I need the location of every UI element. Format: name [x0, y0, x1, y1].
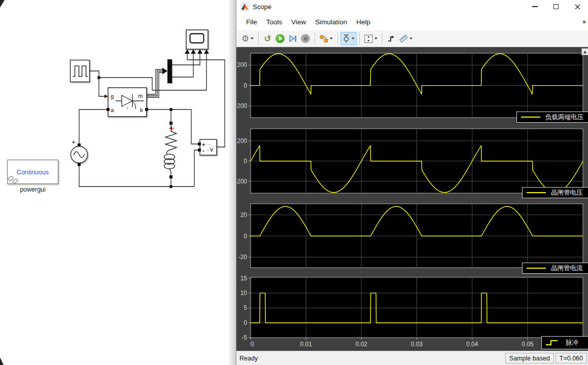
maximize-button[interactable] [545, 0, 567, 13]
trigger-button[interactable] [385, 32, 397, 45]
titlebar[interactable]: Scope [236, 0, 588, 13]
source-port-top [78, 143, 81, 147]
menu-help[interactable]: Help [352, 15, 375, 29]
junction-dot [97, 76, 100, 79]
scope-plot-area[interactable]: -2000200-2000200-20020-505101500.010.020… [236, 47, 588, 351]
measurements-button[interactable] [397, 32, 414, 45]
step-forward-button[interactable] [287, 32, 299, 45]
legend-label: 晶闸管电流 [551, 264, 583, 273]
configure-signals-button[interactable] [318, 32, 335, 45]
ruler-icon [399, 34, 408, 43]
y-tick-label: 200 [237, 61, 247, 68]
y-tick-label: 20 [240, 211, 248, 218]
wire-demux2-to-scope2 [172, 54, 193, 77]
y-tick-label: 0 [244, 233, 247, 240]
voltage-measurement-block[interactable]: + - v [198, 139, 217, 155]
signal-wires [79, 54, 225, 187]
junction-dot [169, 108, 172, 111]
y-tick-label: 0 [244, 82, 247, 89]
stop-button[interactable] [299, 32, 312, 45]
wire-bottom-rail [79, 166, 194, 187]
y-tick-label: -20 [238, 253, 248, 261]
rlc-port-bottom [169, 175, 172, 178]
port-label-k: k [140, 107, 143, 113]
canvas-corner-bottom [0, 357, 4, 365]
wire-demux1-to-scope3 [172, 54, 200, 65]
legend-label: 晶闸管电压 [551, 189, 583, 197]
step-back-button[interactable]: ↺ [261, 32, 273, 45]
wire-k-to-voltmeter-plus [191, 110, 198, 144]
close-button[interactable] [567, 0, 588, 13]
window-shadow [228, 0, 236, 365]
scope-block[interactable] [185, 30, 209, 54]
x-tick-label: 0.03 [411, 341, 423, 348]
series-rlc-branch-block[interactable] [164, 122, 177, 178]
y-tick-label: 200 [237, 137, 247, 144]
axes-scaling-button[interactable] [362, 32, 379, 45]
legend-line-sample [527, 268, 546, 269]
thyristor-block[interactable]: g a m k [107, 88, 148, 117]
x-tick-label: 0.01 [300, 341, 312, 348]
pulse-generator-block[interactable] [71, 60, 90, 82]
gear-icon: ⚙ [241, 34, 249, 43]
toolbar-separator [258, 32, 259, 45]
signals-icon [320, 35, 328, 43]
demux-block[interactable] [167, 59, 172, 83]
scope-screen-glyph [190, 34, 204, 43]
wire-m-bundle-3 [147, 72, 162, 97]
wire-voltmeter-to-scope1 [187, 54, 225, 147]
voltmeter-v-label: v [210, 146, 213, 153]
menu-overflow-icon[interactable]: » [582, 18, 586, 25]
chevron-down-icon [352, 38, 355, 40]
expand-axes-button[interactable] [581, 48, 588, 55]
powergui-mode-text: Continuous [17, 169, 49, 176]
port-a [107, 108, 110, 111]
run-button[interactable] [273, 32, 287, 45]
wire-source-to-a [79, 110, 107, 145]
model-diagram: g a m k [0, 0, 236, 365]
menu-file[interactable]: File [241, 15, 262, 29]
minimize-icon [532, 6, 538, 7]
close-icon [575, 4, 580, 10]
settings-button[interactable]: ⚙ [239, 32, 256, 45]
menu-simulation[interactable]: Simulation [310, 15, 352, 29]
source-port-bottom [78, 163, 81, 166]
wire-pulse-to-scope4 [99, 54, 206, 90]
wire-pulse-out [90, 71, 99, 78]
window-title: Scope [253, 3, 271, 11]
simulink-canvas[interactable]: g a m k [0, 0, 236, 365]
wire-rail-to-voltmeter-minus [194, 150, 198, 187]
minimize-button[interactable] [524, 0, 545, 13]
menu-tools[interactable]: Tools [262, 15, 287, 29]
resistor-glyph [165, 125, 177, 150]
step-forward-icon [289, 35, 297, 42]
arrow-up-icon [583, 51, 586, 53]
chevron-down-icon [251, 38, 254, 40]
statusbar: Ready Sample based T=0.060 [236, 351, 588, 365]
screen: g a m k [0, 0, 588, 365]
legend-label: 负载两端电压 [545, 113, 583, 122]
canvas-corner-top [0, 0, 5, 8]
legend-load-voltage[interactable]: 负载两端电压 [516, 112, 588, 123]
chevron-down-icon [409, 38, 412, 40]
legend-pulse[interactable]: 脉冲 [541, 336, 588, 349]
legend-thyristor-current[interactable]: 晶闸管电流 [522, 263, 588, 274]
toolbar: ⚙ ↺ [236, 30, 588, 47]
arrowhead-gate [105, 95, 108, 98]
legend-thyristor-voltage[interactable]: 晶闸管电压 [522, 187, 588, 198]
powergui-block[interactable]: Continuous powergui [8, 160, 58, 194]
toolbar-separator [337, 32, 338, 45]
source-plus-label: + [72, 139, 75, 145]
zoom-cursor-button[interactable] [340, 32, 357, 45]
legend-label: 脉冲 [566, 339, 578, 347]
y-tick-label: 15 [240, 275, 248, 282]
sim-time-cell: T=0.060 [556, 353, 587, 363]
chevron-down-icon [330, 38, 333, 40]
legend-line-sample [527, 192, 546, 193]
voltmeter-minus-label: - [202, 148, 204, 155]
scope-app-icon [240, 2, 250, 11]
wire-junctions [97, 68, 172, 189]
menu-view[interactable]: View [287, 15, 310, 29]
step-back-icon: ↺ [264, 34, 271, 43]
chevron-down-icon [374, 38, 377, 40]
